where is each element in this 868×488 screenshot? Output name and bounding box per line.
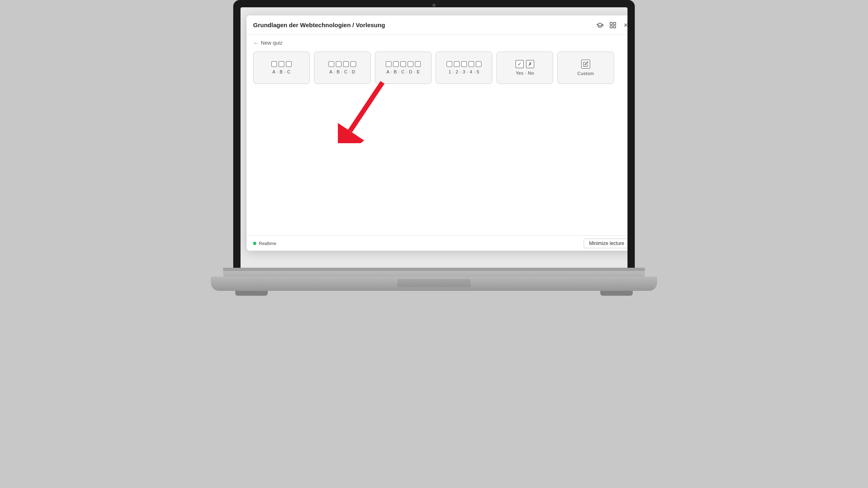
choice-box-2 [279,61,284,67]
close-icon[interactable]: ✕ [622,21,627,29]
quiz-option-abcd-label: A · B · C · D [329,69,355,74]
choice-box-3 [400,61,406,67]
realtime-label: Realtime [259,241,276,246]
quiz-option-custom-icons [581,60,590,69]
quiz-option-yesno[interactable]: ✓ ✗ Yes · No [496,52,553,84]
no-x-icon: ✗ [526,60,534,68]
trackpad [397,279,471,287]
quiz-options-grid: A · B · C A · B · C · D [253,52,627,84]
window-title: Grundlagen der Webtechnologien / Vorlesu… [253,21,385,28]
quiz-option-abcde[interactable]: A · B · C · D · E [375,52,432,84]
choice-box-5 [415,61,421,67]
breadcrumb[interactable]: ← New quiz [253,40,627,46]
choice-box-2 [454,61,460,67]
app-window: Grundlagen der Webtechnologien / Vorlesu… [247,15,627,251]
svg-line-5 [350,82,382,131]
quiz-option-abcde-icons [386,61,421,67]
quiz-option-custom[interactable]: Custom [557,52,614,84]
choice-box-4 [408,61,413,67]
minimize-lecture-button[interactable]: Minimize lecture [584,239,627,248]
foot-right [600,291,633,296]
choice-box-4 [468,61,474,67]
window-controls: ✕ [596,21,627,29]
choice-box-1 [386,61,391,67]
choice-box-1 [447,61,452,67]
quiz-option-abc-icons [271,61,292,67]
svg-rect-2 [610,26,612,28]
quiz-option-12345[interactable]: 1 · 2 · 3 · 4 · 5 [436,52,492,84]
custom-edit-icon [581,60,590,69]
breadcrumb-label: New quiz [261,40,282,46]
breadcrumb-arrow: ← [253,40,258,46]
window-content: ← New quiz A · B · C [247,35,627,235]
quiz-option-abcd[interactable]: A · B · C · D [314,52,371,84]
choice-box-2 [336,61,342,67]
choice-box-5 [476,61,481,67]
quiz-option-12345-label: 1 · 2 · 3 · 4 · 5 [449,69,479,74]
laptop-feet [211,291,657,296]
yes-check-icon: ✓ [516,60,524,68]
choice-box-4 [350,61,356,67]
laptop-screen: Grundlagen der Webtechnologien / Vorlesu… [241,7,627,268]
laptop-base [211,277,657,291]
laptop-hinge [223,268,645,271]
graduation-icon[interactable] [596,21,604,29]
camera-dot [432,4,436,7]
svg-rect-3 [614,26,616,28]
quiz-option-abcde-label: A · B · C · D · E [387,69,420,74]
laptop-outer: Grundlagen der Webtechnologien / Vorlesu… [231,0,637,488]
quiz-option-yesno-label: Yes · No [516,71,534,75]
choice-box-1 [329,61,334,67]
quiz-option-abcd-icons [329,61,356,67]
choice-box-2 [393,61,399,67]
grid-icon[interactable] [609,21,617,29]
realtime-badge: Realtime [253,241,276,246]
quiz-option-abc-label: A · B · C [273,69,291,74]
window-footer: Realtime Minimize lecture [247,235,627,251]
choice-box-3 [461,61,467,67]
red-arrow-annotation [338,78,391,145]
choice-box-1 [271,61,277,67]
svg-rect-0 [610,22,612,24]
window-titlebar: Grundlagen der Webtechnologien / Vorlesu… [247,15,627,35]
quiz-option-abc[interactable]: A · B · C [253,52,310,84]
foot-left [235,291,268,296]
laptop-bottom [223,268,645,277]
realtime-dot [253,242,256,245]
quiz-option-yesno-icons: ✓ ✗ [516,60,534,68]
quiz-option-custom-label: Custom [578,71,594,76]
svg-rect-1 [614,22,616,24]
choice-box-3 [286,61,292,67]
choice-box-3 [343,61,349,67]
laptop-screen-bezel: Grundlagen der Webtechnologien / Vorlesu… [233,0,635,268]
quiz-option-12345-icons [447,61,481,67]
